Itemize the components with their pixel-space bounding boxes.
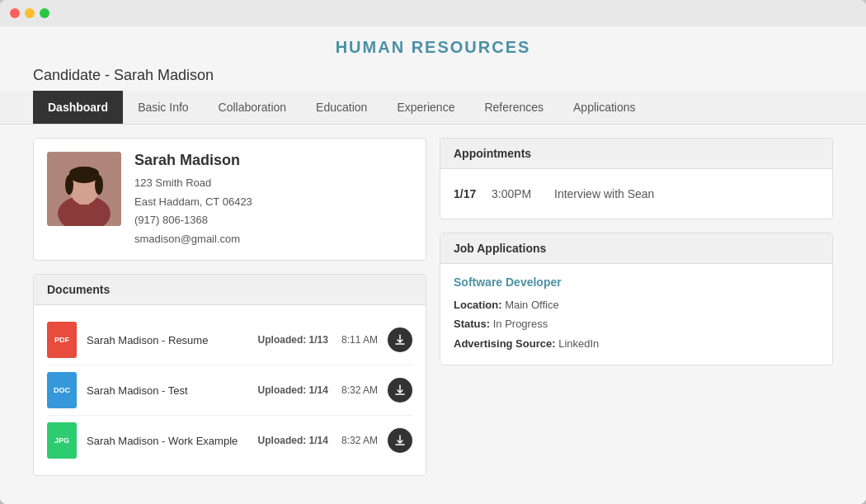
job-status-label: Status: bbox=[454, 318, 490, 330]
job-location-1: Location: Main Office bbox=[454, 295, 819, 314]
doc-name-1: Sarah Madison - Resume bbox=[87, 334, 248, 346]
download-btn-3[interactable] bbox=[388, 428, 412, 453]
app-header: HUMAN RESOURCES bbox=[0, 26, 866, 64]
appointments-body: 1/17 3:00PM Interview with Sean bbox=[440, 169, 832, 219]
tab-applications[interactable]: Applications bbox=[558, 91, 651, 124]
appointments-card: Appointments 1/17 3:00PM Interview with … bbox=[440, 138, 833, 219]
minimize-btn[interactable] bbox=[25, 8, 35, 18]
documents-header: Documents bbox=[34, 275, 426, 305]
job-status-value: In Progress bbox=[493, 318, 548, 330]
app-title: HUMAN RESOURCES bbox=[0, 38, 866, 57]
tabs-bar: Dashboard Basic Info Collaboration Educa… bbox=[0, 91, 866, 125]
document-item-1: PDF Sarah Madison - Resume Uploaded: 1/1… bbox=[47, 315, 412, 365]
doc-icon-doc-2: DOC bbox=[47, 372, 77, 408]
tab-experience[interactable]: Experience bbox=[382, 91, 469, 124]
appointment-item-1: 1/17 3:00PM Interview with Sean bbox=[454, 179, 819, 209]
svg-point-6 bbox=[95, 175, 103, 195]
download-btn-2[interactable] bbox=[388, 378, 412, 403]
profile-info: Sarah Madison 123 Smith Road East Haddam… bbox=[134, 152, 252, 247]
profile-address2: East Haddam, CT 06423 bbox=[134, 194, 252, 210]
profile-card: Sarah Madison 123 Smith Road East Haddam… bbox=[33, 138, 426, 261]
doc-time-1: 8:11 AM bbox=[341, 334, 378, 346]
tab-dashboard[interactable]: Dashboard bbox=[33, 91, 123, 124]
appt-time-1: 3:00PM bbox=[492, 187, 541, 200]
job-applications-card: Job Applications Software Developer Loca… bbox=[440, 233, 833, 365]
tab-references[interactable]: References bbox=[469, 91, 558, 124]
job-applications-header: Job Applications bbox=[440, 233, 832, 264]
tab-collaboration[interactable]: Collaboration bbox=[204, 91, 302, 124]
profile-phone: (917) 806-1368 bbox=[134, 212, 252, 228]
documents-body: PDF Sarah Madison - Resume Uploaded: 1/1… bbox=[34, 305, 426, 475]
page-header: Candidate - Sarah Madison bbox=[0, 64, 866, 91]
appointments-header: Appointments bbox=[440, 139, 832, 169]
job-status-1: Status: In Progress bbox=[454, 314, 819, 333]
doc-upload-3: Uploaded: 1/14 bbox=[258, 435, 328, 446]
doc-upload-2: Uploaded: 1/14 bbox=[258, 384, 328, 396]
left-panel: Sarah Madison 123 Smith Road East Haddam… bbox=[33, 138, 426, 491]
app-content: HUMAN RESOURCES Candidate - Sarah Madiso… bbox=[0, 26, 866, 504]
job-location-label: Location: bbox=[454, 299, 502, 311]
tab-education[interactable]: Education bbox=[301, 91, 382, 124]
profile-address1: 123 Smith Road bbox=[134, 175, 252, 191]
tab-basic-info[interactable]: Basic Info bbox=[123, 91, 203, 124]
appt-date-1: 1/17 bbox=[454, 187, 478, 200]
document-item-3: JPG Sarah Madison - Work Example Uploade… bbox=[47, 416, 412, 465]
maximize-btn[interactable] bbox=[40, 8, 49, 18]
doc-time-2: 8:32 AM bbox=[341, 384, 378, 396]
doc-name-3: Sarah Madison - Work Example bbox=[87, 435, 248, 447]
main-content: Sarah Madison 123 Smith Road East Haddam… bbox=[0, 125, 866, 504]
job-applications-body: Software Developer Location: Main Office… bbox=[440, 264, 832, 365]
doc-icon-pdf-1: PDF bbox=[47, 322, 77, 358]
appt-desc-1: Interview with Sean bbox=[554, 187, 654, 200]
svg-point-7 bbox=[69, 167, 99, 180]
profile-name: Sarah Madison bbox=[134, 152, 252, 169]
close-btn[interactable] bbox=[10, 8, 20, 18]
document-item-2: DOC Sarah Madison - Test Uploaded: 1/14 … bbox=[47, 365, 412, 416]
job-location-value: Main Office bbox=[505, 299, 559, 311]
documents-card: Documents PDF Sarah Madison - Resume Upl… bbox=[33, 274, 426, 476]
doc-upload-1: Uploaded: 1/13 bbox=[258, 334, 328, 346]
profile-email: smadison@gmail.com bbox=[134, 231, 252, 247]
title-bar bbox=[0, 0, 866, 26]
job-title-1[interactable]: Software Developer bbox=[454, 276, 819, 289]
doc-icon-jpg-3: JPG bbox=[47, 422, 77, 459]
job-source-value: LinkedIn bbox=[558, 337, 599, 350]
svg-point-5 bbox=[65, 175, 73, 195]
avatar bbox=[47, 152, 121, 226]
app-window: HUMAN RESOURCES Candidate - Sarah Madiso… bbox=[0, 0, 866, 504]
job-source-label: Advertising Source: bbox=[454, 337, 556, 350]
right-panel: Appointments 1/17 3:00PM Interview with … bbox=[440, 138, 833, 491]
download-btn-1[interactable] bbox=[388, 327, 412, 352]
candidate-name: Candidate - Sarah Madison bbox=[33, 67, 833, 84]
doc-name-2: Sarah Madison - Test bbox=[87, 384, 248, 397]
doc-time-3: 8:32 AM bbox=[341, 435, 378, 446]
job-source-1: Advertising Source: LinkedIn bbox=[454, 334, 819, 353]
